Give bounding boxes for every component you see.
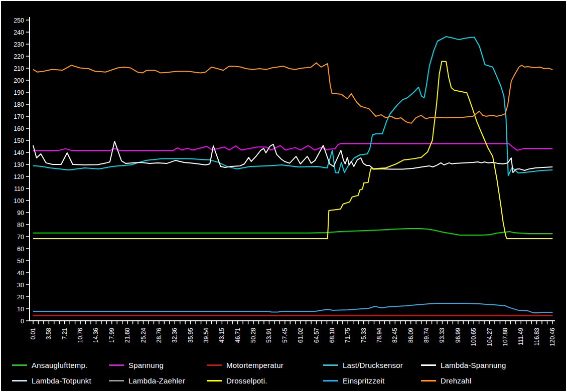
legend-item-ansauglufttemp: Ansauglufttemp.: [12, 359, 87, 371]
legend-swatch-lambda-spannung: [421, 364, 436, 366]
x-tick-label: 7.21: [61, 328, 68, 340]
x-tick-label: 116.83: [533, 328, 540, 346]
y-tick-label: 140: [14, 149, 24, 156]
legend-item-lambda-zaehler: Lambda-Zaehler: [109, 374, 185, 386]
legend-label: Spannung: [128, 361, 164, 369]
x-tick-label: 71.75: [344, 328, 351, 343]
legend-label: Ansauglufttemp.: [32, 361, 87, 369]
x-tick-label: 28.76: [156, 328, 163, 343]
y-tick-label: 110: [14, 185, 24, 192]
legend-label: Motortemperatur: [226, 361, 284, 369]
series-line-lambda-spannung: [33, 141, 552, 172]
legend: Ansauglufttemp. Spannung Motortemperatur…: [1, 352, 566, 391]
y-tick-label: 80: [17, 222, 24, 229]
x-tick-label: 75.33: [360, 328, 367, 343]
legend-item-last-drucksensor: Last/Drucksensor: [323, 359, 403, 371]
legend-label: Einspritzzeit: [343, 376, 384, 385]
y-tick-label: 160: [14, 125, 24, 132]
legend-swatch-last-drucksensor: [323, 364, 338, 366]
y-tick-label: 70: [17, 234, 24, 241]
y-tick-label: 230: [14, 41, 24, 48]
series-line-einspritzzeit: [33, 303, 552, 313]
x-tick-label: 96.99: [455, 328, 462, 343]
chart-canvas: 0102030405060708090100110120130140150160…: [1, 1, 566, 391]
legend-item-lambda-totpunkt: Lambda-Totpunkt: [12, 374, 91, 386]
x-tick-label: 78.94: [376, 328, 383, 343]
y-tick-label: 200: [14, 77, 24, 84]
legend-label: Drehzahl: [441, 376, 472, 385]
x-tick-label: 10.76: [77, 328, 84, 343]
legend-swatch-drosselpoti: [207, 380, 222, 381]
series-line-ansauglufttemp: [33, 229, 552, 235]
legend-swatch-ansauglufttemp: [12, 364, 27, 366]
y-tick-label: 190: [14, 89, 24, 96]
y-tick-label: 20: [17, 294, 24, 301]
x-tick-label: 25.24: [140, 328, 147, 343]
series-line-spannung: [33, 143, 552, 150]
y-tick-label: 130: [14, 161, 24, 168]
y-tick-label: 120: [14, 173, 24, 180]
legend-label: Lambda-Spannung: [441, 361, 506, 369]
app-window: 0102030405060708090100110120130140150160…: [0, 0, 567, 392]
y-tick-label: 250: [14, 17, 24, 24]
x-tick-label: 82.45: [391, 328, 398, 343]
y-tick-label: 220: [14, 53, 24, 60]
legend-item-spannung: Spannung: [109, 359, 164, 371]
y-tick-label: 170: [14, 113, 24, 120]
y-tick-label: 0: [21, 318, 24, 325]
legend-swatch-motortemperatur: [207, 364, 222, 366]
legend-swatch-spannung: [109, 364, 124, 366]
legend-item-drehzahl: Drehzahl: [421, 374, 472, 386]
y-tick-label: 150: [14, 137, 24, 144]
legend-label: Drosselpoti.: [226, 376, 267, 385]
x-tick-label: 3.58: [45, 328, 52, 340]
x-tick-label: 107.88: [502, 328, 509, 346]
y-tick-label: 180: [14, 101, 24, 108]
legend-swatch-lambda-totpunkt: [12, 380, 27, 381]
y-tick-label: 240: [14, 29, 24, 36]
x-tick-label: 93.33: [439, 328, 446, 343]
y-tick-label: 210: [14, 65, 24, 72]
x-tick-label: 46.71: [234, 328, 241, 343]
x-tick-label: 111.49: [517, 328, 524, 345]
x-tick-label: 86.09: [407, 328, 414, 343]
legend-item-lambda-spannung: Lambda-Spannung: [421, 359, 506, 371]
legend-swatch-drehzahl: [421, 380, 436, 381]
x-tick-label: 39.54: [203, 328, 210, 343]
x-tick-label: 32.36: [171, 328, 178, 343]
x-tick-label: 50.28: [250, 328, 257, 343]
x-tick-label: 14.36: [92, 328, 99, 343]
legend-item-drosselpoti: Drosselpoti.: [207, 374, 267, 386]
x-tick-label: 21.60: [124, 328, 131, 343]
y-tick-label: 90: [17, 210, 24, 217]
legend-item-einspritzzeit: Einspritzzeit: [323, 374, 384, 386]
x-tick-label: 64.57: [313, 328, 320, 343]
legend-label: Last/Drucksensor: [343, 361, 403, 369]
diagnostics-line-chart: 0102030405060708090100110120130140150160…: [1, 1, 566, 352]
x-tick-label: 100.65: [470, 328, 477, 346]
x-tick-label: 89.74: [423, 328, 430, 343]
x-tick-label: 57.45: [281, 328, 289, 343]
y-tick-label: 10: [17, 306, 24, 313]
legend-swatch-einspritzzeit: [323, 380, 338, 381]
x-tick-label: 35.95: [187, 328, 194, 343]
x-tick-label: 0.01: [30, 328, 37, 340]
y-tick-label: 40: [17, 270, 24, 277]
x-tick-label: 53.91: [265, 328, 272, 343]
y-tick-label: 30: [17, 282, 24, 289]
x-tick-label: 17.99: [108, 328, 115, 343]
x-tick-label: 61.02: [297, 328, 304, 343]
legend-label: Lambda-Totpunkt: [32, 376, 91, 385]
legend-label: Lambda-Zaehler: [128, 376, 185, 385]
x-tick-label: 68.18: [329, 328, 336, 343]
y-tick-label: 100: [14, 198, 24, 205]
legend-swatch-lambda-zaehler: [109, 380, 124, 381]
x-tick-label: 43.15: [218, 328, 225, 343]
legend-item-motortemperatur: Motortemperatur: [207, 359, 284, 371]
x-tick-label: 120.46: [549, 328, 556, 346]
y-tick-label: 60: [17, 246, 24, 253]
x-tick-label: 104.27: [486, 328, 493, 346]
y-tick-label: 50: [17, 258, 24, 265]
